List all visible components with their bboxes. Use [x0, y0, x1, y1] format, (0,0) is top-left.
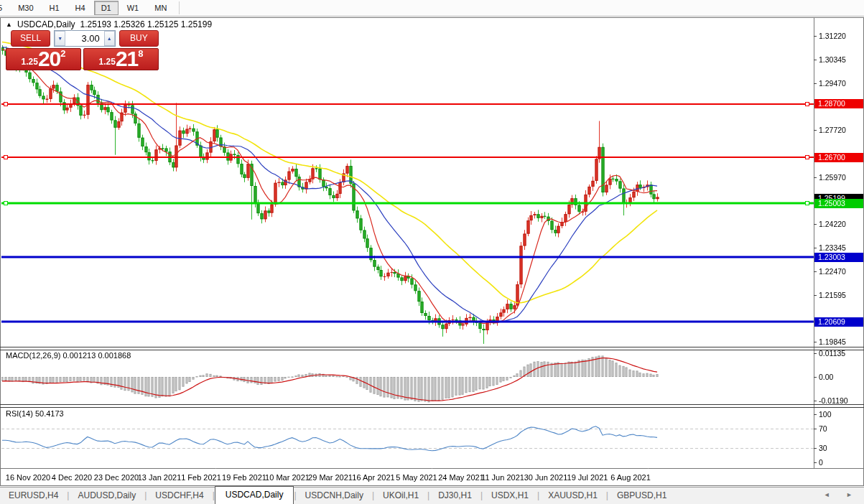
date-tick-label: 24 May 2021	[438, 473, 484, 482]
axis-tick-label: 1.19845	[819, 337, 846, 346]
axis-tick-label: 1.27720	[819, 126, 846, 134]
sell-price-base: 1.25	[22, 55, 38, 69]
buy-button[interactable]: BUY	[119, 30, 159, 47]
chart-tab-dj30[interactable]: DJ30,H1	[429, 487, 480, 504]
date-tick-label: 19 Jul 2021	[567, 473, 608, 482]
timeframe-button-d1[interactable]: D1	[94, 1, 119, 15]
price-level-badge: 1.26700	[814, 153, 863, 162]
chart-title: ▲ USDCAD,Daily 1.25193 1.25326 1.25125 1…	[6, 19, 212, 29]
chart-tab-ukoil[interactable]: UKOil,H1	[374, 487, 427, 504]
date-tick-label: 10 Mar 2021	[265, 473, 310, 482]
timeframe-button-h1[interactable]: H1	[42, 1, 67, 15]
axis-tick-label: 1.30345	[819, 55, 846, 64]
axis-tick-label: 1.25970	[819, 173, 846, 182]
price-level-badge: 1.23003	[814, 253, 863, 262]
macd-indicator-label: MACD(12,26,9) 0.001213 0.001868	[6, 351, 131, 360]
sell-price-display[interactable]: 1.25 20 2	[6, 48, 81, 70]
date-tick-label: 29 Mar 2021	[308, 473, 353, 482]
buy-price-display[interactable]: 1.25 21 8	[83, 48, 159, 70]
toolbar-separator	[179, 1, 180, 14]
volume-decrease-button[interactable]: ▼	[55, 31, 65, 46]
chart-tab-gbpusd[interactable]: GBPUSD,H1	[608, 487, 675, 504]
buy-price-pip: 8	[138, 49, 143, 59]
axis-tick-label: 0	[819, 458, 823, 467]
chart-tab-usdchf[interactable]: USDCHF,H4	[147, 487, 212, 504]
timeframe-button-h4[interactable]: H4	[68, 1, 93, 15]
date-tick-label: 30 Jun 2021	[524, 473, 568, 482]
timeframe-button-5[interactable]: 5	[0, 1, 9, 15]
one-click-trade-panel: SELL ▼ 3.00 ▲ BUY 1.25 20 2 1.25 21 8	[6, 30, 159, 70]
chart-tab-audusd[interactable]: AUDUSD,Daily	[69, 487, 144, 504]
chart-tab-usdcnh[interactable]: USDCNH,Daily	[297, 487, 372, 504]
sell-price-big: 20	[38, 49, 60, 69]
sell-button[interactable]: SELL	[11, 30, 50, 47]
chart-ohlc-values: 1.25193 1.25326 1.25125 1.25199	[80, 19, 213, 29]
chart-tab-bar: EURUSD,H4|AUDUSD,Daily|USDCHF,H4|USDCAD,…	[0, 487, 864, 504]
date-tick-label: 13 Jan 2021	[138, 473, 182, 482]
timeframe-button-mn[interactable]: MN	[147, 1, 174, 15]
axis-tick-label: 1.31220	[819, 32, 846, 40]
date-tick-label: 16 Apr 2021	[352, 473, 394, 482]
date-tick-label: 19 Feb 2021	[222, 473, 266, 482]
tab-scroll-arrows[interactable]: ◄ ►	[824, 491, 860, 498]
price-level-badge: 1.28700	[814, 99, 863, 108]
sell-price-pip: 2	[60, 49, 65, 59]
volume-input[interactable]: 3.00	[65, 31, 104, 46]
chart-symbol-label: USDCAD,Daily	[17, 19, 75, 29]
axis-tick-label: 1.21595	[819, 291, 846, 299]
chart-macd-splitter[interactable]	[0, 347, 864, 350]
date-tick-label: 23 Dec 2020	[94, 473, 139, 482]
date-tick-label: 5 May 2021	[396, 473, 437, 482]
price-level-badge: 1.25003	[814, 199, 863, 208]
axis-tick-label: 1.22470	[819, 267, 846, 276]
chart-tab-xauusd[interactable]: XAUUSD,H1	[539, 487, 606, 504]
macd-rsi-splitter[interactable]	[0, 404, 864, 408]
buy-price-base: 1.25	[99, 55, 116, 69]
axis-tick-label: 1.23345	[819, 243, 846, 252]
trading-app: 5M30H1H4D1W1MN ▲ USDCAD,Daily 1.25193 1.…	[0, 0, 864, 504]
chart-tab-eurusd[interactable]: EURUSD,H4	[0, 487, 67, 504]
timeframe-toolbar: 5M30H1H4D1W1MN	[0, 0, 864, 17]
volume-increase-button[interactable]: ▲	[104, 31, 115, 46]
date-tick-label: 1 Feb 2021	[181, 473, 221, 482]
date-tick-label: 4 Dec 2020	[52, 473, 92, 482]
axis-tick-label: 1.24220	[819, 220, 846, 228]
axis-tick-label: 0.00	[819, 373, 833, 381]
price-chart-canvas[interactable]	[0, 0, 864, 504]
date-tick-label: 11 Jun 2021	[481, 473, 524, 482]
chart-tab-usdcad[interactable]: USDCAD,Daily	[215, 486, 294, 504]
buy-price-big: 21	[116, 49, 138, 69]
date-tick-label: 16 Nov 2020	[6, 473, 50, 482]
date-tick-label: 6 Aug 2021	[610, 473, 651, 482]
price-level-badge: 1.20609	[814, 317, 863, 327]
volume-spinner: ▼ 3.00 ▲	[54, 30, 116, 47]
chart-tab-usdx[interactable]: USDX,H1	[483, 487, 537, 504]
axis-tick-label: 1.29470	[819, 79, 846, 88]
axis-tick-label: 70	[819, 424, 827, 433]
timeframe-button-w1[interactable]: W1	[120, 1, 147, 15]
axis-tick-label: 100	[819, 410, 832, 419]
rsi-indicator-label: RSI(14) 50.4173	[6, 409, 64, 418]
axis-tick-label: 30	[819, 444, 827, 452]
timeframe-button-m30[interactable]: M30	[11, 1, 40, 15]
chart-marker-icon: ▲	[6, 21, 12, 28]
